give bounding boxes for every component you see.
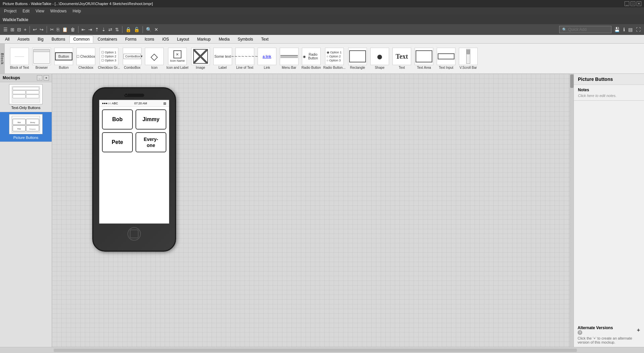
menu-edit[interactable]: Edit	[20, 8, 32, 14]
quick-add-field[interactable]: 🔍	[559, 26, 611, 33]
tab-symbols[interactable]: Symbols	[234, 36, 257, 43]
tab-media[interactable]: Media	[215, 36, 233, 43]
tab-buttons[interactable]: Buttons	[48, 36, 69, 43]
tab-assets[interactable]: Assets	[14, 36, 33, 43]
comp-radio-button[interactable]: ◉Radio Button Radio Button	[301, 48, 321, 69]
undo-icon[interactable]: ↩	[32, 26, 38, 33]
phone-home-inner	[130, 230, 139, 238]
align-left-icon[interactable]: ⇤	[81, 26, 86, 33]
tab-icons[interactable]: Icons	[141, 36, 158, 43]
notes-title: Notes	[578, 88, 640, 92]
distribute-v-icon[interactable]: ⇅	[114, 26, 120, 33]
comp-checkbox-label: Checkbox	[78, 66, 93, 69]
comp-line-of-text[interactable]: ~~~~~~~~ Line of Text	[235, 48, 255, 69]
mockup-item-picture-buttons[interactable]: Bob Jimmy Pete Everyone Picture Buttons	[0, 112, 52, 142]
comp-icon[interactable]: ◇ Icon	[144, 48, 164, 69]
canvas-scrollbar[interactable]	[570, 74, 574, 347]
comp-text-area[interactable]: Text Area	[414, 48, 434, 69]
phone-time: 07:20 AM	[134, 102, 147, 105]
notes-content[interactable]: Click here to edit notes.	[578, 94, 640, 98]
phone-screen: ●●●○○ ABC 07:20 AM ▨ Bob Jimmy Pete	[99, 100, 169, 224]
add-alternate-version-icon[interactable]: +	[637, 327, 640, 333]
close-button[interactable]: ✕	[637, 1, 641, 6]
canvas[interactable]: ●●●○○ ABC 07:20 AM ▨ Bob Jimmy Pete	[52, 74, 570, 347]
help-icon[interactable]: ?	[578, 330, 582, 335]
comp-checkbox-group[interactable]: ☐ Option 1 ☐ Option 2 ☐ Option 3 Checkbo…	[98, 48, 120, 69]
view-icon[interactable]: ▤	[628, 26, 633, 33]
tab-big[interactable]: Big	[34, 36, 47, 43]
hamburger-icon[interactable]: ☰	[3, 26, 8, 33]
align-right-icon[interactable]: ⇥	[88, 26, 93, 33]
phone-button-everyone[interactable]: Every-one	[136, 132, 166, 152]
comp-combobox-label: ComboBox	[124, 66, 140, 69]
tab-containers[interactable]: Containers	[94, 36, 121, 43]
tab-all[interactable]: All	[1, 36, 13, 43]
distribute-h-icon[interactable]: ⇄	[108, 26, 113, 33]
comp-rectangle[interactable]: Rectangle	[347, 48, 368, 69]
maximize-button[interactable]: □	[631, 1, 635, 6]
phone-button-jimmy[interactable]: Jimmy	[136, 109, 166, 130]
comp-icon-label[interactable]: ✕ Icon Name Icon and Label	[166, 48, 189, 69]
comp-label[interactable]: Some text Label	[213, 48, 233, 69]
tab-text[interactable]: Text	[258, 36, 272, 43]
alternate-versions: Alternate Versions ? + Click the '+' to …	[574, 323, 644, 347]
comp-radio-button-group[interactable]: ◉ Option 1 ○ Option 2 ○ Option 3 Radio B…	[323, 48, 345, 69]
add-icon[interactable]: +	[23, 26, 27, 33]
bottom-scrollbar[interactable]	[0, 347, 644, 353]
info-icon[interactable]: ℹ	[623, 26, 626, 33]
grid-large-icon[interactable]: ⊟	[16, 26, 22, 33]
left-panel-menu-icon[interactable]: ≡	[44, 75, 49, 81]
search-icon[interactable]: 🔍	[145, 26, 152, 33]
comp-block-of-text[interactable]: Block of Text	[9, 48, 30, 69]
menu-project[interactable]: Project	[1, 8, 19, 14]
scrollbar-thumb[interactable]	[570, 74, 574, 88]
close-icon[interactable]: ✕	[154, 26, 159, 33]
comp-button[interactable]: Button Button	[54, 48, 74, 69]
tab-ios[interactable]: iOS	[159, 36, 173, 43]
comp-shape[interactable]: ● Shape	[370, 48, 390, 69]
comp-browser-label: Browser	[36, 66, 48, 69]
paste-icon[interactable]: 📋	[61, 26, 68, 33]
comp-link[interactable]: a link Link	[257, 48, 277, 69]
fullscreen-icon[interactable]: ⛶	[635, 26, 641, 33]
alt-versions-title: Alternate Versions ?	[578, 325, 613, 335]
comp-menu-bar[interactable]: Menu Bar	[279, 48, 299, 69]
tab-layout[interactable]: Layout	[173, 36, 193, 43]
menu-view[interactable]: View	[33, 8, 47, 14]
delete-icon[interactable]: 🗑	[70, 26, 76, 33]
lock-icon[interactable]: 🔒	[125, 26, 132, 33]
tab-common[interactable]: Common	[69, 36, 93, 43]
comp-text[interactable]: Text Text	[392, 48, 412, 69]
grid-small-icon[interactable]: ⊞	[10, 26, 15, 33]
quick-add-input[interactable]	[568, 27, 608, 32]
save-icon[interactable]: 💾	[613, 26, 621, 33]
comp-text-area-icon	[415, 48, 433, 65]
align-top-icon[interactable]: ⇡	[94, 26, 100, 33]
tab-forms[interactable]: Forms	[121, 36, 140, 43]
phone-carrier: ●●●○○ ABC	[102, 102, 118, 105]
menu-help[interactable]: Help	[70, 8, 84, 14]
unlock-icon[interactable]: 🔓	[133, 26, 140, 33]
comp-text-input[interactable]: Text Input	[436, 48, 456, 69]
left-panel-collapse-icon[interactable]: _	[37, 75, 42, 81]
menu-windows[interactable]: Windows	[48, 8, 69, 14]
copy-icon[interactable]: ⎘	[56, 26, 60, 33]
right-panel-title: Picture Buttons	[574, 74, 644, 85]
comp-rectangle-icon	[348, 48, 367, 65]
tab-markup[interactable]: Markup	[194, 36, 214, 43]
phone-button-pete[interactable]: Pete	[102, 132, 133, 152]
align-bottom-icon[interactable]: ⇣	[101, 26, 106, 33]
comp-browser[interactable]: Browser	[32, 48, 52, 69]
phone-home-button[interactable]	[127, 227, 141, 241]
comp-image[interactable]: Image	[191, 48, 211, 69]
redo-icon[interactable]: ↪	[39, 26, 44, 33]
comp-image-label: Image	[196, 66, 205, 69]
mockup-item-text-only[interactable]: Text-Only Buttons	[0, 82, 52, 112]
svg-rect-4	[13, 95, 25, 98]
minimize-button[interactable]: _	[625, 1, 629, 6]
phone-button-bob[interactable]: Bob	[102, 109, 133, 130]
comp-combobox[interactable]: ComboBox▼ ComboBox	[122, 48, 142, 69]
cut-icon[interactable]: ✂	[49, 26, 55, 33]
comp-checkbox[interactable]: ☐Checkbox Checkbox	[76, 48, 96, 69]
comp-vscrollbar[interactable]: V.Scroll Bar	[458, 48, 478, 69]
